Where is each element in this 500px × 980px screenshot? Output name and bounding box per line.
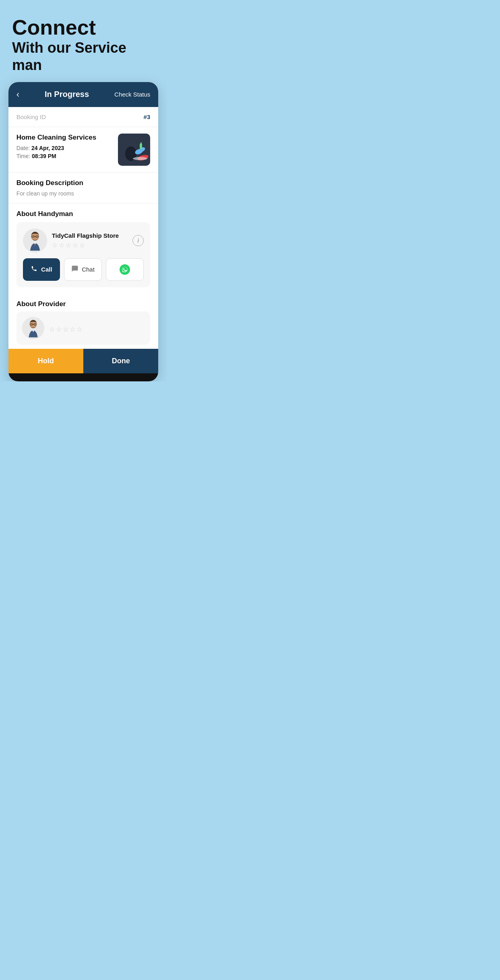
pstar-3: ☆: [63, 325, 68, 333]
svg-rect-5: [140, 144, 142, 149]
service-info: Home Cleaning Services Date: 24 Apr, 202…: [17, 134, 114, 161]
whatsapp-button[interactable]: [106, 258, 144, 281]
bottom-action-bar: Hold Done: [8, 349, 159, 373]
star-2: ☆: [59, 241, 64, 249]
pstar-2: ☆: [56, 325, 62, 333]
description-section: Booking Description For clean up my room…: [8, 173, 159, 204]
whatsapp-icon: [120, 264, 130, 275]
chat-button[interactable]: Chat: [64, 258, 102, 281]
provider-section-title: About Provider: [17, 300, 151, 308]
hero-subtitle: With our Service man: [12, 39, 155, 74]
cleaning-image-svg: [118, 134, 150, 166]
service-image: [118, 134, 150, 166]
chat-icon: [71, 265, 79, 274]
svg-rect-6: [140, 142, 142, 144]
service-date: Date: 24 Apr, 2023: [17, 145, 114, 151]
phone-svg: [31, 265, 38, 272]
time-value: 08:39 PM: [32, 153, 56, 159]
pstar-1: ☆: [49, 325, 55, 333]
handyman-section: About Handyman: [8, 204, 159, 294]
hold-button[interactable]: Hold: [8, 349, 83, 373]
check-status-button[interactable]: Check Status: [114, 91, 150, 98]
app-header: ‹ In Progress Check Status: [8, 82, 159, 107]
svg-point-7: [133, 157, 147, 160]
phone-container: ‹ In Progress Check Status Booking ID #3…: [8, 82, 159, 381]
info-icon-label: i: [137, 237, 139, 244]
provider-avatar-svg: [22, 317, 44, 339]
service-name: Home Cleaning Services: [17, 134, 114, 142]
star-3: ☆: [66, 241, 71, 249]
call-button[interactable]: Call: [23, 258, 60, 281]
star-5: ☆: [79, 241, 85, 249]
service-time: Time: 08:39 PM: [17, 153, 114, 159]
done-button[interactable]: Done: [83, 349, 158, 373]
date-value: 24 Apr, 2023: [31, 145, 64, 151]
time-label: Time:: [17, 153, 30, 159]
star-4: ☆: [72, 241, 78, 249]
whatsapp-svg: [122, 266, 128, 273]
provider-avatar: [22, 317, 44, 339]
provider-details: ☆ ☆ ☆ ☆ ☆: [49, 323, 145, 333]
provider-card: ☆ ☆ ☆ ☆ ☆: [17, 311, 151, 345]
star-rating: ☆ ☆ ☆ ☆ ☆: [52, 241, 133, 249]
info-icon-button[interactable]: i: [132, 235, 144, 246]
content-area: Booking ID #3 Home Cleaning Services Dat…: [8, 107, 159, 349]
provider-section: About Provider: [8, 294, 159, 349]
action-buttons: Call Chat: [23, 258, 144, 281]
pstar-5: ☆: [76, 325, 82, 333]
back-button[interactable]: ‹: [17, 89, 19, 100]
handyman-details: TidyCall Flagship Store ☆ ☆ ☆ ☆ ☆: [52, 232, 133, 249]
handyman-section-title: About Handyman: [17, 210, 151, 218]
booking-id-row: Booking ID #3: [8, 107, 159, 127]
star-1: ☆: [52, 241, 58, 249]
booking-id-label: Booking ID: [17, 113, 46, 120]
description-title: Booking Description: [17, 179, 151, 187]
call-label: Call: [41, 266, 52, 273]
chat-label: Chat: [82, 266, 95, 273]
avatar-svg: [23, 229, 47, 253]
handyman-avatar: [23, 229, 47, 253]
service-card: Home Cleaning Services Date: 24 Apr, 202…: [8, 127, 159, 173]
handyman-card: TidyCall Flagship Store ☆ ☆ ☆ ☆ ☆ i: [17, 222, 151, 287]
chat-svg: [71, 265, 79, 272]
pstar-4: ☆: [70, 325, 75, 333]
handyman-info-row: TidyCall Flagship Store ☆ ☆ ☆ ☆ ☆ i: [23, 229, 144, 253]
hero-title: Connect: [12, 16, 155, 39]
hero-section: Connect With our Service man: [0, 0, 167, 82]
phone-bottom-bar: [8, 373, 159, 381]
date-label: Date:: [17, 145, 30, 151]
provider-star-rating: ☆ ☆ ☆ ☆ ☆: [49, 325, 145, 333]
header-title: In Progress: [19, 90, 114, 99]
handyman-name: TidyCall Flagship Store: [52, 232, 133, 239]
description-text: For clean up my rooms: [17, 190, 151, 197]
phone-icon: [31, 265, 38, 274]
booking-id-value: #3: [144, 113, 151, 120]
